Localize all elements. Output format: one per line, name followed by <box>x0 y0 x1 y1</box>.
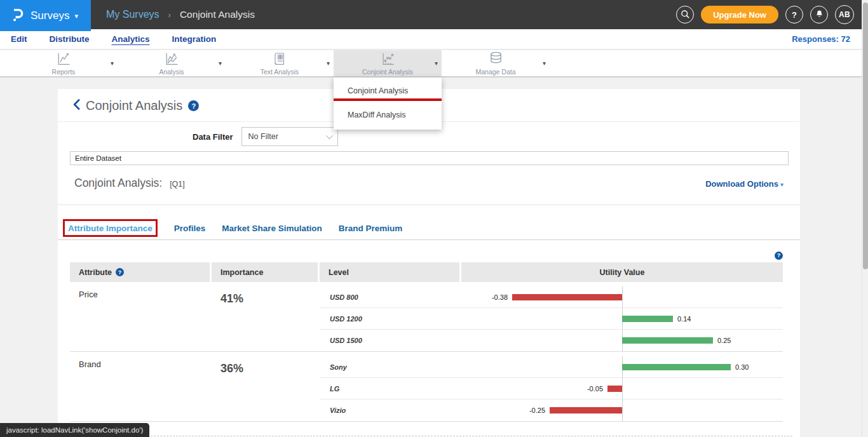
conjoint-analysis-dropdown-menu: Conjoint AnalysisMaxDiff Analysis <box>334 77 442 130</box>
zero-axis-line <box>622 286 623 307</box>
chevron-down-icon[interactable]: ▾ <box>435 59 438 66</box>
text-analysis-icon <box>272 51 287 67</box>
menu-item-maxdiff-analysis[interactable]: MaxDiff Analysis <box>334 105 442 126</box>
nav-item-edit[interactable]: Edit <box>11 34 27 44</box>
database-icon <box>488 51 504 67</box>
utility-bar <box>622 364 731 370</box>
tab-profiles[interactable]: Profiles <box>174 224 206 233</box>
utility-value-label: -0.05 <box>587 385 603 393</box>
toolbar-item-conjoint-analysis[interactable]: Conjoint Analysis▾ <box>334 50 442 76</box>
chevron-down-icon[interactable]: ▾ <box>219 59 222 66</box>
utility-bar <box>550 407 622 413</box>
back-chevron-icon[interactable] <box>73 99 80 112</box>
upgrade-now-button[interactable]: Upgrade Now <box>701 6 778 24</box>
utility-bar-area: 0.25 <box>461 330 783 351</box>
toolbar-item-label: Analysis <box>159 68 184 76</box>
reports-chart-icon <box>56 51 72 67</box>
chevron-down-icon <box>325 132 332 139</box>
status-link-tooltip: javascript: loadNavLink('showConjoint.do… <box>0 423 149 437</box>
toolbar-item-label: Conjoint Analysis <box>362 68 413 76</box>
nav-items: EditDistributeAnalyticsIntegration <box>0 34 216 44</box>
utility-value-label: 0.30 <box>735 363 749 371</box>
level-label: USD 1200 <box>320 308 459 329</box>
tab-market-share-simulation[interactable]: Market Share Simulation <box>222 224 322 233</box>
toolbar-item-analysis[interactable]: Analysis▾ <box>118 50 226 76</box>
toolbar-item-text-analysis[interactable]: Text Analysis▾ <box>226 50 334 76</box>
level-label: USD 1500 <box>320 330 459 351</box>
zero-axis-line <box>622 378 623 399</box>
level-label: USD 800 <box>320 286 459 307</box>
level-row-lg: LG-0.05 <box>320 378 783 400</box>
importance-value: 41% <box>212 282 318 351</box>
search-icon <box>680 9 690 21</box>
dataset-field[interactable]: Entire Dataset <box>70 151 789 165</box>
section-title: Conjoint Analysis: <box>74 177 162 190</box>
responses-count[interactable]: Responses: 72 <box>792 34 850 44</box>
toolbar-item-label: Manage Data <box>475 68 515 76</box>
data-filter-value: No Filter <box>248 132 278 141</box>
column-header-utility-value: Utility Value <box>461 262 783 282</box>
toolbar-item-manage-data[interactable]: Manage Data▾ <box>442 50 550 76</box>
chevron-down-icon: ▾ <box>74 12 78 20</box>
page-help-icon[interactable]: ? <box>188 100 199 111</box>
toolbar-item-reports[interactable]: Reports▾ <box>10 50 118 76</box>
tab-attribute-importance[interactable]: Attribute Importance <box>68 224 153 233</box>
attribute-help-icon[interactable]: ? <box>116 268 124 276</box>
column-header-level: Level <box>320 262 459 282</box>
nav-item-analytics[interactable]: Analytics <box>112 34 150 44</box>
column-header-label: Importance <box>220 268 263 277</box>
utility-bar <box>622 316 673 322</box>
utility-bar-area: -0.25 <box>461 400 783 421</box>
breadcrumb-my-surveys[interactable]: My Surveys <box>106 9 159 20</box>
nav-item-distribute[interactable]: Distribute <box>50 34 90 44</box>
notifications-button[interactable] <box>810 6 828 24</box>
nav-item-integration[interactable]: Integration <box>172 34 217 44</box>
chevron-down-icon: ▾ <box>780 181 783 188</box>
bell-icon <box>815 9 824 20</box>
avatar[interactable]: AB <box>835 5 854 24</box>
search-button[interactable] <box>676 6 694 24</box>
page-title: Conjoint Analysis <box>86 98 182 113</box>
breadcrumb-separator: › <box>168 10 171 20</box>
utility-bar <box>512 294 622 300</box>
menu-item-conjoint-analysis[interactable]: Conjoint Analysis <box>334 77 442 98</box>
download-options-link[interactable]: Download Options▾ <box>705 179 783 189</box>
tab-brand-premium[interactable]: Brand Premium <box>339 224 403 233</box>
table-header-row: Attribute?ImportanceLevelUtility Value <box>70 262 783 282</box>
level-label: Vizio <box>320 400 459 421</box>
questionpro-logo-icon <box>10 7 25 25</box>
utility-value-label: -0.38 <box>492 293 508 301</box>
scrollbar-thumb[interactable] <box>863 3 868 269</box>
utility-bar <box>622 337 713 344</box>
page-fold-dashed-divider <box>62 436 792 436</box>
conjoint-chart-icon <box>380 51 396 67</box>
zero-axis-line <box>622 400 623 421</box>
annotation-box: Attribute Importance <box>63 219 158 237</box>
utility-value-label: -0.25 <box>529 407 545 414</box>
help-button[interactable]: ? <box>785 6 803 24</box>
importance-value: 36% <box>212 352 318 421</box>
vertical-scrollbar[interactable] <box>862 0 868 437</box>
utility-bar <box>607 386 622 392</box>
column-header-label: Utility Value <box>600 268 645 277</box>
levels-list: USD 800-0.38USD 12000.14USD 15000.25 <box>320 282 783 351</box>
utility-bar-area: 0.30 <box>461 356 783 377</box>
table-help-row: ? <box>58 248 783 260</box>
table-help-icon[interactable]: ? <box>775 252 783 260</box>
attribute-name: Price <box>70 282 210 351</box>
brand-label: Surveys <box>31 10 69 22</box>
attribute-group-price: Price41%USD 800-0.38USD 12000.14USD 1500… <box>70 282 783 352</box>
data-filter-label: Data Filter <box>193 132 233 142</box>
level-row-usd-1500: USD 15000.25 <box>320 330 783 351</box>
attribute-name: Brand <box>70 352 210 421</box>
surveys-app-switcher[interactable]: Surveys ▾ <box>0 0 91 31</box>
chevron-down-icon[interactable]: ▾ <box>327 59 330 66</box>
breadcrumb-current: Conjoint Analysis <box>180 9 255 20</box>
chevron-down-icon[interactable]: ▾ <box>543 59 546 66</box>
level-label: Sony <box>320 356 459 377</box>
data-filter-select[interactable]: No Filter <box>241 127 338 146</box>
attribute-group-brand: Brand36%Sony0.30LG-0.05Vizio-0.25 <box>70 352 783 422</box>
column-header-label: Attribute <box>79 268 112 277</box>
analysis-section-header: Conjoint Analysis: [Q1] Download Options… <box>74 177 783 190</box>
chevron-down-icon[interactable]: ▾ <box>111 59 114 66</box>
